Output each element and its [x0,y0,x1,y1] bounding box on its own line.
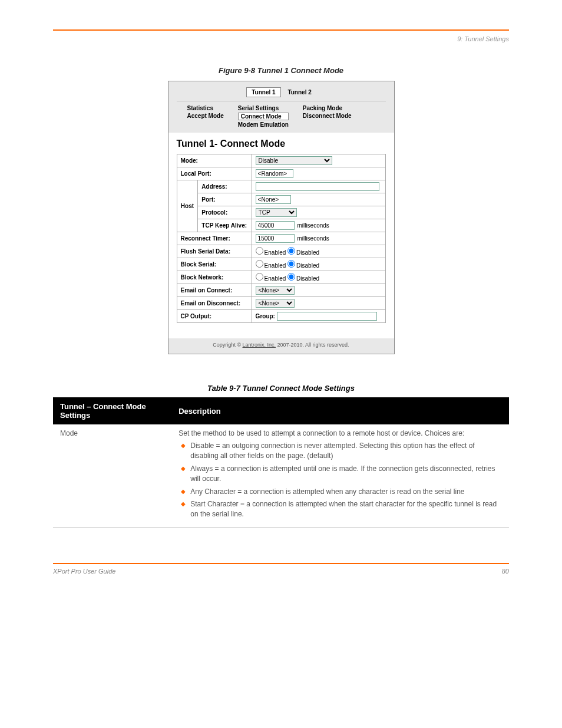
lantronix-link[interactable]: Lantronix, Inc. [243,342,276,348]
port-input[interactable] [256,195,291,204]
flush-enabled-radio[interactable] [256,247,263,255]
config-panel: Tunnel 1 Tunnel 2 Statistics Accept Mode… [168,81,395,354]
nav-packing-mode[interactable]: Packing Mode [303,105,352,111]
mode-cell: Disable [252,154,385,167]
panel-footer: Copyright © Lantronix, Inc. 2007-2010. A… [168,338,394,354]
local-port-cell [252,167,385,180]
nav-statistics[interactable]: Statistics [187,105,224,111]
header-chapter: 9: Tunnel Settings [53,35,509,42]
mode-label: Mode: [177,154,252,167]
figure-caption: Figure 9-8 Tunnel 1 Connect Mode [53,66,509,75]
settings-description-table: Tunnel – Connect Mode Settings Descripti… [53,397,509,528]
tcp-keep-alive-input[interactable] [256,221,295,230]
list-item: Always = a connection is attempted until… [178,464,502,485]
block-network-disabled-radio[interactable] [287,273,295,281]
flush-disabled-radio[interactable] [287,247,295,255]
block-network-enabled-radio[interactable] [256,273,263,281]
tab-tunnel2[interactable]: Tunnel 2 [283,88,316,97]
port-label: Port: [198,193,252,206]
reconnect-label: Reconnect Timer: [177,232,252,245]
table-row: Mode Set the method to be used to attemp… [53,424,509,527]
mode-field-name: Mode [53,424,171,527]
config-panel-wrap: Tunnel 1 Tunnel 2 Statistics Accept Mode… [53,81,509,354]
panel-title: Tunnel 1- Connect Mode [177,139,386,149]
panel-nav-area: Tunnel 1 Tunnel 2 Statistics Accept Mode… [168,81,394,133]
copyright-prefix: Copyright © [213,342,242,348]
nav-columns: Statistics Accept Mode Serial Settings C… [177,105,386,133]
list-item: Start Character = a connection is attemp… [178,499,502,520]
table-header-desc: Description [171,397,509,424]
tunnel-tab-row: Tunnel 1 Tunnel 2 [177,87,386,97]
local-port-label: Local Port: [177,167,252,180]
flush-disabled-label: Disabled [296,249,319,256]
header-rule [53,29,509,31]
nav-col-2: Serial Settings Connect Mode Modem Emula… [238,105,289,128]
mode-options-list: Disable = an outgoing connection is neve… [178,441,502,520]
email-disconnect-select[interactable]: <None> [256,299,295,308]
block-serial-disabled-label: Disabled [296,262,319,269]
flush-serial-label: Flush Serial Data: [177,245,252,258]
copyright-suffix: 2007-2010. All rights reserved. [276,342,349,348]
tcp-keep-alive-label: TCP Keep Alive: [198,219,252,232]
table-caption: Table 9-7 Tunnel Connect Mode Settings [53,384,509,393]
table-header-field: Tunnel – Connect Mode Settings [53,397,171,424]
address-label: Address: [198,180,252,193]
protocol-label: Protocol: [198,206,252,219]
cp-output-group-input[interactable] [277,312,377,321]
block-serial-label: Block Serial: [177,258,252,271]
email-connect-select[interactable]: <None> [256,286,295,295]
email-connect-label: Email on Connect: [177,284,252,297]
flush-enabled-label: Enabled [265,249,286,256]
nav-col-1: Statistics Accept Mode [187,105,224,128]
nav-disconnect-mode[interactable]: Disconnect Mode [303,113,352,119]
nav-col-3: Packing Mode Disconnect Mode [303,105,352,128]
block-serial-enabled-radio[interactable] [256,260,263,268]
nav-connect-mode[interactable]: Connect Mode [238,113,289,120]
mode-field-desc: Set the method to be used to attempt a c… [171,424,509,527]
local-port-input[interactable] [256,169,293,178]
reconnect-unit: milliseconds [297,235,329,242]
footer-doc-title: XPort Pro User Guide [53,568,115,575]
email-disconnect-label: Email on Disconnect: [177,297,252,310]
list-item: Any Character = a connection is attempte… [178,487,502,497]
footer-row: XPort Pro User Guide 80 [53,568,509,575]
panel-body: Tunnel 1- Connect Mode Mode: Disable Loc… [168,133,394,338]
footer-rule [53,563,509,564]
nav-modem-emulation[interactable]: Modem Emulation [238,121,289,128]
footer-page-number: 80 [502,568,509,575]
list-item: Disable = an outgoing connection is neve… [178,441,502,462]
block-network-enabled-label: Enabled [265,275,286,282]
nav-serial-settings[interactable]: Serial Settings [238,105,289,111]
mode-select[interactable]: Disable [256,156,332,165]
block-network-disabled-label: Disabled [296,275,319,282]
nav-accept-mode[interactable]: Accept Mode [187,113,224,119]
reconnect-input[interactable] [256,234,295,243]
address-input[interactable] [256,182,379,191]
block-network-label: Block Network: [177,271,252,284]
tcp-keep-alive-unit: milliseconds [297,222,329,229]
block-serial-disabled-radio[interactable] [287,260,295,268]
mode-intro-text: Set the method to be used to attempt a c… [178,429,464,437]
cp-output-group-label: Group: [256,313,275,319]
block-serial-enabled-label: Enabled [265,262,286,269]
nav-rule [177,101,386,101]
config-table: Mode: Disable Local Port: Host Address: [177,154,386,323]
protocol-select[interactable]: TCP [256,208,297,217]
host-label: Host [177,180,198,232]
cp-output-label: CP Output: [177,310,252,323]
tab-tunnel1[interactable]: Tunnel 1 [246,87,280,97]
